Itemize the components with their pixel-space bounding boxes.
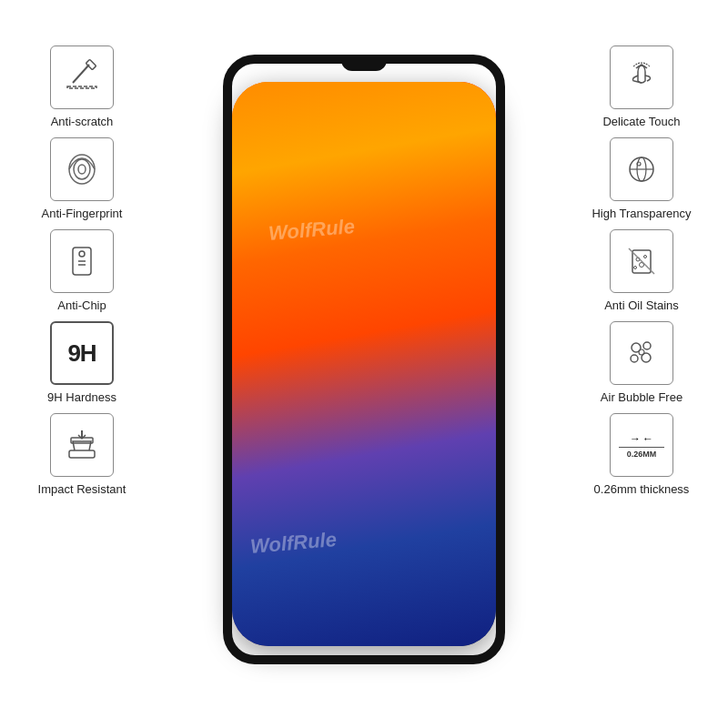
feature-high-transparency: High Transparency: [564, 137, 719, 220]
svg-point-25: [631, 355, 638, 362]
thickness-arrows: → ←: [630, 432, 653, 445]
svg-point-19: [644, 256, 647, 258]
hardness-text: 9H: [67, 339, 96, 368]
feature-delicate-touch: Delicate Touch: [564, 46, 719, 128]
svg-line-1: [73, 65, 89, 83]
impact-icon: [62, 425, 102, 465]
transparency-label: High Transparency: [592, 207, 691, 220]
feature-anti-oil: Anti Oil Stains: [564, 229, 719, 312]
main-container: Anti-scratch Anti-Fingerprint: [0, 0, 728, 728]
left-arrow: →: [630, 432, 641, 445]
hardness-icon-box: 9H: [50, 321, 114, 385]
svg-point-21: [634, 267, 637, 269]
screen-protector: [223, 55, 505, 664]
oil-icon-box: [610, 229, 673, 293]
right-features: Delicate Touch High Transparency: [564, 46, 719, 496]
thickness-icon-box: → ← 0.26MM: [610, 413, 673, 477]
left-features: Anti-scratch Anti-Fingerprint: [9, 46, 155, 496]
bubble-label: Air Bubble Free: [601, 390, 682, 404]
oil-label: Anti Oil Stains: [604, 298, 679, 312]
svg-point-27: [639, 349, 644, 355]
chip-icon: [62, 241, 102, 281]
anti-chip-label: Anti-Chip: [57, 298, 106, 312]
bubble-icon-box: [610, 321, 673, 385]
feature-9h-hardness: 9H 9H Hardness: [9, 321, 155, 404]
hardness-label: 9H Hardness: [47, 390, 116, 404]
impact-icon-box: [50, 413, 114, 477]
feature-thickness: → ← 0.26MM 0.26mm thickness: [564, 413, 719, 496]
feature-air-bubble: Air Bubble Free: [564, 321, 719, 404]
anti-scratch-label: Anti-scratch: [51, 115, 114, 128]
touch-label: Delicate Touch: [602, 115, 680, 128]
touch-icon-box: [610, 46, 673, 109]
fingerprint-icon: [62, 149, 102, 189]
feature-impact-resistant: Impact Resistant: [9, 413, 155, 496]
feature-anti-fingerprint: Anti-Fingerprint: [9, 137, 155, 220]
anti-scratch-icon-box: [50, 46, 114, 109]
svg-rect-10: [69, 450, 95, 458]
anti-chip-icon-box: [50, 229, 114, 293]
phone-wrapper: WolfRule WolfRule: [223, 55, 505, 673]
bubble-icon: [622, 333, 662, 373]
thickness-line: [619, 447, 664, 448]
touch-icon: [622, 57, 662, 97]
impact-label: Impact Resistant: [38, 482, 126, 496]
feature-anti-chip: Anti-Chip: [9, 229, 155, 312]
transparency-icon-box: [610, 137, 673, 201]
feature-anti-scratch: Anti-scratch: [9, 46, 155, 128]
svg-rect-0: [67, 86, 96, 88]
svg-point-24: [643, 342, 651, 349]
svg-rect-2: [86, 59, 96, 69]
anti-fingerprint-icon-box: [50, 137, 114, 201]
svg-point-5: [78, 165, 86, 174]
thickness-label: 0.26mm thickness: [594, 482, 690, 496]
thickness-value-text: 0.26MM: [627, 450, 657, 459]
right-arrow: ←: [642, 432, 653, 445]
svg-point-7: [79, 251, 85, 257]
transparency-icon: [622, 149, 662, 189]
oil-icon: [622, 241, 662, 281]
anti-fingerprint-label: Anti-Fingerprint: [42, 207, 123, 220]
scratch-icon: [62, 57, 102, 97]
svg-point-16: [637, 162, 641, 166]
svg-point-4: [74, 159, 90, 179]
